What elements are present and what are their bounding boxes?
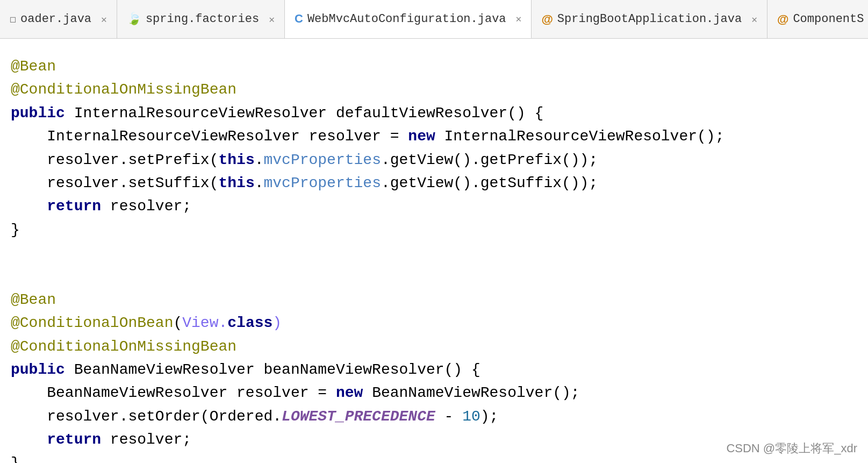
webmvc-tab-icon: C bbox=[295, 12, 303, 26]
line-3: public InternalResourceViewResolver defa… bbox=[11, 102, 857, 125]
tab-loader[interactable]: ◻ oader.java ✕ bbox=[0, 0, 117, 38]
line-9: @Bean bbox=[11, 288, 857, 311]
spring-factories-tab-label: spring.factories bbox=[146, 12, 259, 26]
springboot-app-tab-close[interactable]: ✕ bbox=[751, 13, 757, 25]
watermark: CSDN @零陵上将军_xdr bbox=[726, 440, 857, 457]
webmvc-tab-close[interactable]: ✕ bbox=[516, 13, 522, 25]
tab-springboot-app[interactable]: @ SpringBootApplication.java ✕ bbox=[532, 0, 767, 38]
spring-factories-tab-close[interactable]: ✕ bbox=[269, 13, 275, 25]
loader-tab-label: oader.java bbox=[20, 12, 91, 26]
line-14: resolver.setOrder(Ordered.LOWEST_PRECEDE… bbox=[11, 405, 857, 428]
line-7: return resolver; bbox=[11, 195, 857, 218]
line-13: BeanNameViewResolver resolver = new Bean… bbox=[11, 381, 857, 404]
spring-factories-tab-icon: 🍃 bbox=[127, 12, 141, 26]
springboot-app-tab-icon: @ bbox=[541, 12, 553, 26]
line-11: @ConditionalOnMissingBean bbox=[11, 335, 857, 358]
line-10: @ConditionalOnBean(View.class) bbox=[11, 311, 857, 334]
webmvc-tab-label: WebMvcAutoConfiguration.java bbox=[307, 12, 506, 26]
loader-tab-icon: ◻ bbox=[10, 12, 16, 26]
line-1: @Bean bbox=[11, 55, 857, 78]
tab-component[interactable]: @ ComponentS bbox=[767, 0, 868, 38]
component-tab-icon: @ bbox=[777, 12, 788, 26]
line-6: resolver.setSuffix(this.mvcProperties.ge… bbox=[11, 172, 857, 195]
line-12: public BeanNameViewResolver beanNameView… bbox=[11, 358, 857, 381]
line-8: } bbox=[11, 218, 857, 241]
line-2: @ConditionalOnMissingBean bbox=[11, 78, 857, 101]
springboot-app-tab-label: SpringBootApplication.java bbox=[557, 12, 742, 26]
tab-bar: ◻ oader.java ✕ 🍃 spring.factories ✕ C We… bbox=[0, 0, 868, 39]
line-blank-2 bbox=[11, 265, 857, 288]
component-tab-label: ComponentS bbox=[793, 12, 864, 26]
loader-tab-close[interactable]: ✕ bbox=[101, 13, 107, 25]
line-5: resolver.setPrefix(this.mvcProperties.ge… bbox=[11, 148, 857, 172]
line-blank-1 bbox=[11, 241, 857, 265]
tab-webmvc[interactable]: C WebMvcAutoConfiguration.java ✕ bbox=[285, 0, 532, 39]
code-area: @Bean @ConditionalOnMissingBean public I… bbox=[0, 39, 868, 463]
line-4: InternalResourceViewResolver resolver = … bbox=[11, 125, 857, 148]
tab-spring-factories[interactable]: 🍃 spring.factories ✕ bbox=[117, 0, 285, 38]
